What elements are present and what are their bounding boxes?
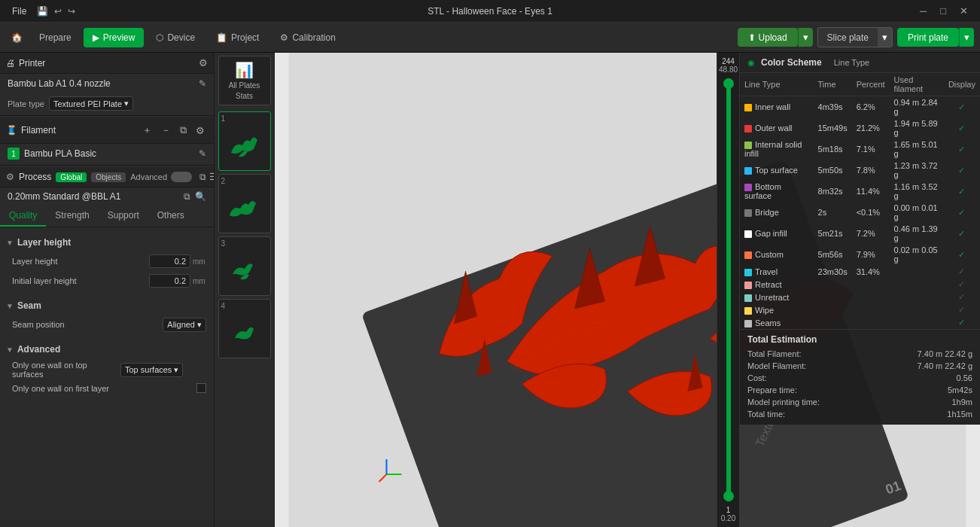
title-bar-redo[interactable]: ↪ (68, 6, 75, 17)
col-filament: Used filament (890, 73, 944, 96)
row-name-5: Bridge (740, 202, 814, 223)
layer-height-label: Layer height (12, 257, 149, 266)
row-display-5[interactable]: ✓ (944, 202, 980, 223)
row-display-3[interactable]: ✓ (944, 160, 980, 181)
thumb-img-2 (222, 185, 267, 230)
filament-remove-icon[interactable]: － (158, 122, 174, 139)
upload-label: Upload (759, 32, 787, 43)
thumb-4[interactable]: 4 (218, 299, 271, 358)
row-display-8[interactable]: ✓ (944, 265, 980, 278)
row-used-4: 1.16 m 3.52 g (890, 181, 944, 202)
filament-item: 1 Bambu PLA Basic ✎ (0, 144, 214, 163)
nav-calibration[interactable]: ⚙ Calibration (271, 28, 344, 47)
app-menu-label[interactable]: File (8, 5, 31, 18)
row-display-7[interactable]: ✓ (944, 244, 980, 265)
maximize-button[interactable]: □ (936, 4, 951, 18)
upload-dropdown-button[interactable]: ▾ (798, 28, 813, 47)
layer-height-title[interactable]: ▼ Layer height (0, 233, 214, 251)
row-used-9 (890, 278, 944, 291)
seam-position-dropdown[interactable]: Aligned ▾ (163, 318, 206, 332)
advanced-toggle[interactable] (171, 172, 192, 182)
all-plates-stats[interactable]: 📊 All Plates Stats (218, 56, 271, 105)
nav-project[interactable]: 📋 Project (207, 28, 268, 47)
row-check-6: ✓ (958, 229, 965, 238)
color-dot-7 (744, 251, 752, 259)
color-scheme-title: Color Scheme (761, 57, 822, 68)
row-percent-2: 7.1% (852, 139, 890, 160)
nav-prepare[interactable]: Prepare (30, 28, 81, 47)
close-button[interactable]: ✕ (955, 4, 972, 18)
filament-icons: ＋ － ⧉ ⚙ (139, 122, 208, 139)
tab-strength[interactable]: Strength (46, 206, 98, 227)
thumb-3[interactable]: 3 (218, 236, 271, 296)
device-icon: ⬡ (156, 32, 163, 43)
filament-add-icon[interactable]: ＋ (139, 122, 155, 139)
prepare-time-row: Prepare time: 5m42s (747, 384, 972, 396)
col-type: Line Type (740, 73, 814, 96)
layer-height-input[interactable] (149, 254, 190, 268)
tag-objects[interactable]: Objects (91, 172, 126, 182)
project-icon: 📋 (216, 32, 227, 43)
init-layer-label: Initial layer height (12, 276, 149, 285)
one-first-checkbox[interactable] (196, 383, 206, 393)
tab-support[interactable]: Support (99, 206, 148, 227)
color-dot-11 (744, 307, 752, 315)
advanced-title[interactable]: ▼ Advanced (0, 340, 214, 358)
color-dot-3 (744, 167, 752, 175)
thumb-img-3 (222, 248, 267, 293)
home-button[interactable]: 🏠 (6, 27, 27, 48)
title-bar-undo[interactable]: ↩ (54, 6, 62, 17)
row-display-6[interactable]: ✓ (944, 223, 980, 244)
init-layer-input[interactable] (149, 274, 190, 288)
preset-search-icon[interactable]: 🔍 (195, 191, 206, 202)
nav-device[interactable]: ⬡ Device (147, 28, 204, 47)
slider-track[interactable] (726, 78, 731, 501)
process-copy-icon[interactable]: ⧉ (199, 172, 206, 182)
row-display-10[interactable]: ✓ (944, 291, 980, 303)
upload-button[interactable]: ⬆ Upload (738, 28, 798, 47)
filament-gear-icon[interactable]: ⚙ (193, 123, 208, 138)
title-bar-icon1[interactable]: 💾 (37, 6, 48, 17)
thumb-2[interactable]: 2 (218, 174, 271, 233)
preset-copy-icon[interactable]: ⧉ (184, 191, 190, 202)
row-display-9[interactable]: ✓ (944, 278, 980, 291)
slice-button[interactable]: Slice plate (817, 27, 878, 47)
printer-edit-icon[interactable]: ✎ (199, 78, 206, 89)
print-dropdown-button[interactable]: ▾ (959, 28, 974, 47)
tab-quality[interactable]: Quality (0, 206, 46, 227)
slider-bottom-handle[interactable] (723, 491, 734, 501)
seam-title[interactable]: ▼ Seam (0, 297, 214, 315)
tab-others[interactable]: Others (148, 206, 193, 227)
process-settings-icon[interactable]: ☰ (209, 172, 215, 182)
color-table-row-10: Unretract ✓ (740, 291, 980, 303)
row-display-12[interactable]: ✓ (944, 316, 980, 329)
row-check-2: ✓ (958, 145, 965, 154)
color-dot-8 (744, 269, 752, 276)
line-type-label[interactable]: Line Type (834, 58, 870, 67)
row-display-0[interactable]: ✓ (944, 96, 980, 118)
seam-dropdown-arrow: ▾ (197, 320, 202, 330)
tag-global[interactable]: Global (56, 172, 87, 182)
row-used-5: 0.00 m 0.01 g (890, 202, 944, 223)
row-percent-1: 21.2% (852, 117, 890, 139)
print-button[interactable]: Print plate (897, 28, 959, 47)
nav-preview[interactable]: ▶ Preview (84, 28, 145, 47)
minimize-button[interactable]: ─ (915, 4, 931, 18)
color-table-row-2: Internal solid infill 5m18s 7.1% 1.65 m … (740, 139, 980, 160)
one-wall-dropdown[interactable]: Top surfaces ▾ (120, 363, 183, 377)
advanced-toggle-row: Advanced (130, 172, 192, 182)
printer-gear-icon[interactable]: ⚙ (199, 57, 208, 69)
slider-top-handle[interactable] (723, 78, 734, 89)
row-display-11[interactable]: ✓ (944, 303, 980, 316)
row-display-4[interactable]: ✓ (944, 181, 980, 202)
col-display: Display (944, 73, 980, 96)
row-display-1[interactable]: ✓ (944, 117, 980, 139)
printer-section-header: 🖨 Printer ⚙ (0, 53, 214, 74)
row-display-2[interactable]: ✓ (944, 139, 980, 160)
filament-edit-icon[interactable]: ✎ (199, 148, 206, 159)
slice-dropdown-button[interactable]: ▾ (878, 27, 893, 47)
filament-copy-icon[interactable]: ⧉ (177, 123, 190, 138)
row-check-1: ✓ (958, 123, 965, 133)
thumb-1[interactable]: 1 (218, 111, 271, 171)
plate-type-dropdown[interactable]: Textured PEI Plate ▾ (49, 96, 133, 111)
